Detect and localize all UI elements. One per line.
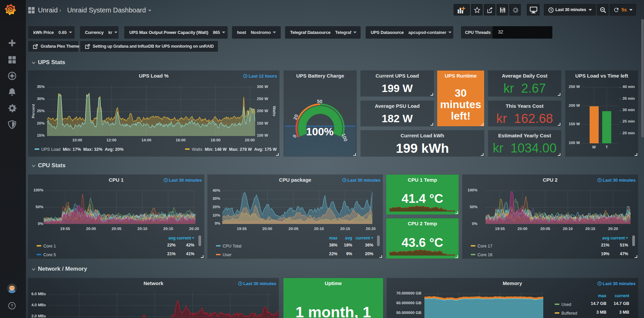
svg-text:?: ? <box>11 303 13 308</box>
svg-text:50: 50 <box>317 99 322 104</box>
svg-text:100%: 100% <box>306 126 334 138</box>
